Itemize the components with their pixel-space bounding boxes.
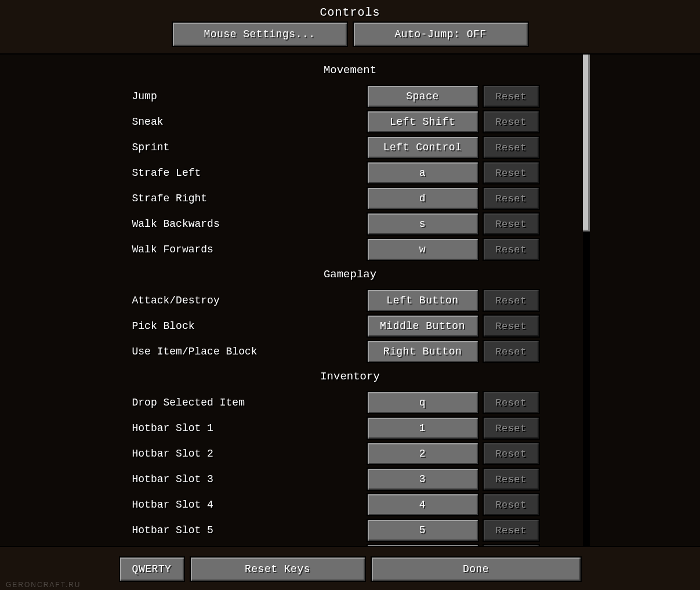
- keybind-button[interactable]: q: [368, 392, 478, 413]
- reset-keybind-button[interactable]: Reset: [484, 111, 539, 132]
- keybind-button[interactable]: w: [368, 239, 478, 260]
- keybind-label: Sprint: [130, 142, 362, 153]
- keybind-row: Walk BackwardssReset: [130, 212, 571, 236]
- scrollbar-thumb[interactable]: [583, 55, 590, 231]
- auto-jump-toggle-button[interactable]: Auto-Jump: OFF: [354, 23, 528, 46]
- mouse-settings-button[interactable]: Mouse Settings...: [173, 23, 347, 46]
- section-header: Gameplay: [0, 268, 700, 281]
- keybind-label: Walk Forwards: [130, 244, 362, 255]
- keybind-button[interactable]: d: [368, 188, 478, 209]
- watermark-text: GERONCRAFT.RU: [6, 581, 81, 589]
- keybind-label: Attack/Destroy: [130, 295, 362, 306]
- keybind-row: Drop Selected ItemqReset: [130, 391, 571, 414]
- reset-keybind-button[interactable]: Reset: [484, 418, 539, 439]
- keybind-button[interactable]: 5: [368, 520, 478, 541]
- keybind-button[interactable]: s: [368, 213, 478, 234]
- controls-scroll-region: MovementJumpSpaceResetSneakLeft ShiftRes…: [0, 53, 700, 547]
- reset-keys-button[interactable]: Reset Keys: [191, 558, 365, 581]
- reset-keybind-button[interactable]: Reset: [484, 494, 539, 515]
- reset-keybind-button[interactable]: Reset: [484, 188, 539, 209]
- keybind-label: Strafe Left: [130, 167, 362, 179]
- keybind-button[interactable]: Left Shift: [368, 111, 478, 132]
- keybind-label: Hotbar Slot 2: [130, 448, 362, 459]
- reset-keybind-button[interactable]: Reset: [484, 469, 539, 490]
- keybind-label: Hotbar Slot 3: [130, 473, 362, 485]
- section-header: Inventory: [0, 370, 700, 383]
- keybind-row: Pick BlockMiddle ButtonReset: [130, 314, 571, 338]
- reset-keybind-button[interactable]: Reset: [484, 162, 539, 183]
- keybind-row: SneakLeft ShiftReset: [130, 110, 571, 133]
- keybind-row: Hotbar Slot 44Reset: [130, 493, 571, 516]
- reset-keybind-button[interactable]: Reset: [484, 443, 539, 464]
- keybind-button[interactable]: Middle Button: [368, 316, 478, 336]
- keybind-button[interactable]: Space: [368, 86, 478, 107]
- controls-list: MovementJumpSpaceResetSneakLeft ShiftRes…: [0, 55, 700, 546]
- reset-keybind-button[interactable]: Reset: [484, 520, 539, 541]
- keybind-row: Hotbar Slot 33Reset: [130, 468, 571, 491]
- reset-keybind-button[interactable]: Reset: [484, 545, 539, 547]
- reset-keybind-button[interactable]: Reset: [484, 137, 539, 158]
- keybind-label: Hotbar Slot 4: [130, 499, 362, 511]
- screen-title: Controls: [0, 0, 700, 23]
- keybind-button[interactable]: 2: [368, 443, 478, 464]
- keybind-label: Use Item/Place Block: [130, 346, 362, 357]
- keybind-row: SprintLeft ControlReset: [130, 136, 571, 159]
- keybind-row: Strafe RightdReset: [130, 187, 571, 210]
- keybind-label: Hotbar Slot 5: [130, 524, 362, 536]
- keybind-row: Hotbar Slot 11Reset: [130, 417, 571, 440]
- keybind-button[interactable]: 3: [368, 469, 478, 490]
- keybind-label: Sneak: [130, 116, 362, 128]
- keybind-row: Strafe LeftaReset: [130, 161, 571, 184]
- done-button[interactable]: Done: [372, 558, 581, 581]
- reset-keybind-button[interactable]: Reset: [484, 213, 539, 234]
- reset-keybind-button[interactable]: Reset: [484, 316, 539, 336]
- reset-keybind-button[interactable]: Reset: [484, 239, 539, 260]
- keybind-label: Strafe Right: [130, 193, 362, 204]
- footer-button-row: QWERTY Reset Keys Done: [0, 558, 700, 581]
- reset-keybind-button[interactable]: Reset: [484, 86, 539, 107]
- keybind-row: Hotbar Slot 66Reset: [130, 544, 571, 547]
- keybind-row: Hotbar Slot 55Reset: [130, 519, 571, 542]
- keybind-label: Pick Block: [130, 320, 362, 332]
- keybind-label: Hotbar Slot 1: [130, 422, 362, 434]
- keybind-label: Walk Backwards: [130, 218, 362, 230]
- keybind-button[interactable]: 4: [368, 494, 478, 515]
- keybind-row: JumpSpaceReset: [130, 85, 571, 108]
- reset-keybind-button[interactable]: Reset: [484, 341, 539, 362]
- keybind-button[interactable]: Left Control: [368, 137, 478, 158]
- keybind-row: Walk ForwardswReset: [130, 238, 571, 261]
- keybind-button[interactable]: Right Button: [368, 341, 478, 362]
- keybind-row: Attack/DestroyLeft ButtonReset: [130, 289, 571, 312]
- keybind-row: Use Item/Place BlockRight ButtonReset: [130, 340, 571, 363]
- keybind-button[interactable]: 6: [368, 545, 478, 547]
- keybind-label: Jump: [130, 91, 362, 102]
- keybind-button[interactable]: a: [368, 162, 478, 183]
- keybind-row: Hotbar Slot 22Reset: [130, 442, 571, 465]
- reset-keybind-button[interactable]: Reset: [484, 392, 539, 413]
- section-header: Movement: [0, 64, 700, 77]
- keyboard-layout-button[interactable]: QWERTY: [120, 558, 184, 581]
- top-button-row: Mouse Settings... Auto-Jump: OFF: [0, 23, 700, 52]
- keybind-button[interactable]: 1: [368, 418, 478, 439]
- scrollbar-track[interactable]: [583, 55, 590, 546]
- reset-keybind-button[interactable]: Reset: [484, 290, 539, 311]
- keybind-label: Drop Selected Item: [130, 397, 362, 408]
- keybind-button[interactable]: Left Button: [368, 290, 478, 311]
